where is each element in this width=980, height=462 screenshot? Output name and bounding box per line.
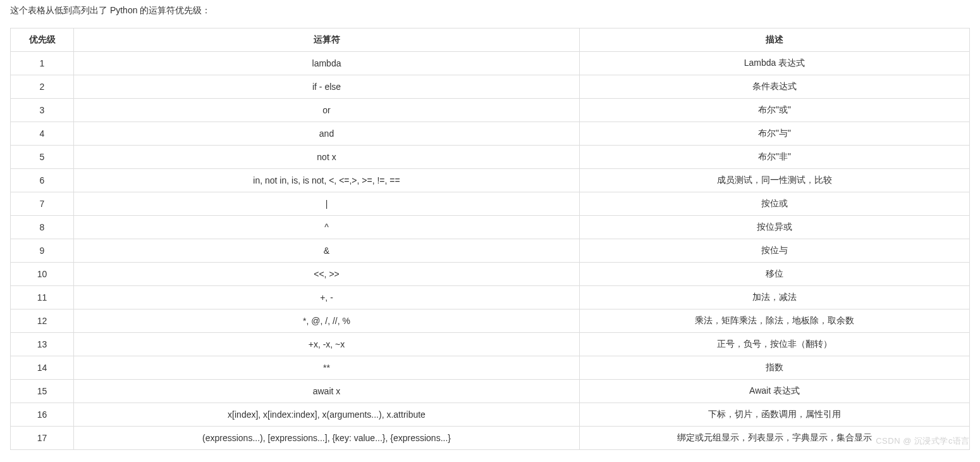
cell-description: 乘法，矩阵乘法，除法，地板除，取余数 bbox=[580, 309, 970, 333]
cell-priority: 14 bbox=[11, 356, 74, 380]
cell-priority: 2 bbox=[11, 75, 74, 99]
cell-description: 按位异或 bbox=[580, 216, 970, 239]
cell-description: 布尔"与" bbox=[580, 122, 970, 146]
col-priority-header: 优先级 bbox=[11, 28, 74, 52]
cell-operator: in, not in, is, is not, <, <=,>, >=, !=,… bbox=[74, 169, 580, 192]
cell-description: 加法，减法 bbox=[580, 286, 970, 309]
cell-priority: 6 bbox=[11, 169, 74, 192]
cell-priority: 11 bbox=[11, 286, 74, 309]
cell-operator: not x bbox=[74, 146, 580, 169]
table-row: 17(expressions...), [expressions...], {k… bbox=[11, 427, 970, 450]
table-row: 16x[index], x[index:index], x(arguments.… bbox=[11, 403, 970, 427]
cell-priority: 12 bbox=[11, 309, 74, 333]
cell-priority: 15 bbox=[11, 380, 74, 403]
intro-paragraph: 这个表格从低到高列出了 Python 的运算符优先级： bbox=[10, 5, 970, 16]
table-row: 3or布尔"或" bbox=[11, 99, 970, 122]
cell-priority: 5 bbox=[11, 146, 74, 169]
cell-priority: 4 bbox=[11, 122, 74, 146]
table-row: 9&按位与 bbox=[11, 239, 970, 263]
table-row: 13+x, -x, ~x正号，负号，按位非（翻转） bbox=[11, 333, 970, 356]
cell-description: 绑定或元组显示，列表显示，字典显示，集合显示 bbox=[580, 427, 970, 450]
cell-operator: & bbox=[74, 239, 580, 263]
cell-operator: lambda bbox=[74, 52, 580, 75]
table-row: 5not x布尔"非" bbox=[11, 146, 970, 169]
cell-description: 指数 bbox=[580, 356, 970, 380]
cell-description: Lambda 表达式 bbox=[580, 52, 970, 75]
cell-operator: <<, >> bbox=[74, 263, 580, 286]
cell-priority: 9 bbox=[11, 239, 74, 263]
col-description-header: 描述 bbox=[580, 28, 970, 52]
cell-description: 布尔"或" bbox=[580, 99, 970, 122]
table-row: 15await xAwait 表达式 bbox=[11, 380, 970, 403]
table-row: 6in, not in, is, is not, <, <=,>, >=, !=… bbox=[11, 169, 970, 192]
cell-priority: 17 bbox=[11, 427, 74, 450]
table-header-row: 优先级 运算符 描述 bbox=[11, 28, 970, 52]
cell-operator: (expressions...), [expressions...], {key… bbox=[74, 427, 580, 450]
table-row: 7|按位或 bbox=[11, 192, 970, 216]
cell-description: 布尔"非" bbox=[580, 146, 970, 169]
table-row: 4and布尔"与" bbox=[11, 122, 970, 146]
cell-operator: +, - bbox=[74, 286, 580, 309]
cell-priority: 3 bbox=[11, 99, 74, 122]
table-row: 1lambdaLambda 表达式 bbox=[11, 52, 970, 75]
cell-description: 成员测试，同一性测试，比较 bbox=[580, 169, 970, 192]
col-operator-header: 运算符 bbox=[74, 28, 580, 52]
table-row: 11+, -加法，减法 bbox=[11, 286, 970, 309]
cell-description: 条件表达式 bbox=[580, 75, 970, 99]
cell-operator: ^ bbox=[74, 216, 580, 239]
cell-operator: or bbox=[74, 99, 580, 122]
cell-description: 移位 bbox=[580, 263, 970, 286]
cell-operator: and bbox=[74, 122, 580, 146]
operator-precedence-table: 优先级 运算符 描述 1lambdaLambda 表达式2if - else条件… bbox=[10, 28, 970, 450]
table-row: 10<<, >>移位 bbox=[11, 263, 970, 286]
table-row: 12*, @, /, //, %乘法，矩阵乘法，除法，地板除，取余数 bbox=[11, 309, 970, 333]
cell-operator: ** bbox=[74, 356, 580, 380]
cell-priority: 10 bbox=[11, 263, 74, 286]
cell-description: Await 表达式 bbox=[580, 380, 970, 403]
cell-priority: 8 bbox=[11, 216, 74, 239]
table-row: 14**指数 bbox=[11, 356, 970, 380]
cell-description: 按位或 bbox=[580, 192, 970, 216]
cell-operator: *, @, /, //, % bbox=[74, 309, 580, 333]
cell-priority: 16 bbox=[11, 403, 74, 427]
cell-operator: await x bbox=[74, 380, 580, 403]
cell-priority: 13 bbox=[11, 333, 74, 356]
table-row: 8^按位异或 bbox=[11, 216, 970, 239]
cell-description: 按位与 bbox=[580, 239, 970, 263]
cell-priority: 1 bbox=[11, 52, 74, 75]
cell-description: 正号，负号，按位非（翻转） bbox=[580, 333, 970, 356]
cell-operator: | bbox=[74, 192, 580, 216]
cell-priority: 7 bbox=[11, 192, 74, 216]
cell-description: 下标，切片，函数调用，属性引用 bbox=[580, 403, 970, 427]
cell-operator: +x, -x, ~x bbox=[74, 333, 580, 356]
cell-operator: x[index], x[index:index], x(arguments...… bbox=[74, 403, 580, 427]
cell-operator: if - else bbox=[74, 75, 580, 99]
table-row: 2if - else条件表达式 bbox=[11, 75, 970, 99]
